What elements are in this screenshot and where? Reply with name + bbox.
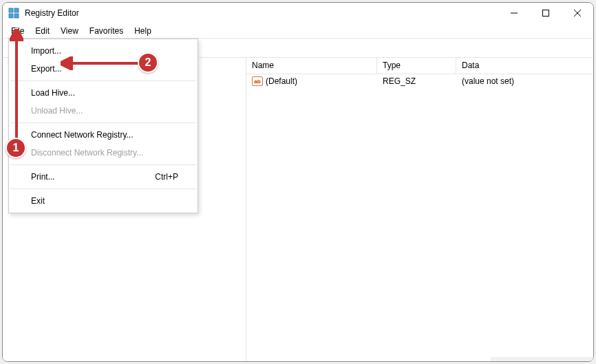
list-row[interactable]: ab (Default) REG_SZ (value not set) — [246, 74, 593, 88]
column-header-type[interactable]: Type — [377, 58, 456, 74]
svg-rect-2 — [9, 14, 13, 18]
menu-separator — [10, 81, 196, 81]
window-controls — [498, 3, 593, 23]
svg-rect-1 — [14, 8, 19, 12]
menu-separator — [10, 122, 196, 123]
value-type: REG_SZ — [377, 76, 456, 86]
column-header-name[interactable]: Name — [246, 58, 377, 74]
svg-point-4 — [10, 10, 12, 11]
maximize-button[interactable] — [530, 3, 562, 23]
list-body[interactable]: ab (Default) REG_SZ (value not set) — [246, 74, 593, 357]
menubar: File Edit View Favorites Help — [3, 23, 593, 39]
window-title: Registry Editor — [25, 8, 498, 18]
menu-item-disconnect-network: Disconnect Network Registry... — [9, 144, 198, 162]
menu-separator — [10, 164, 196, 165]
value-name: (Default) — [266, 76, 297, 86]
list-pane: Name Type Data ab (Default) REG_SZ (valu… — [246, 58, 593, 361]
svg-rect-6 — [543, 10, 549, 17]
value-data: (value not set) — [456, 76, 593, 86]
string-value-icon: ab — [252, 76, 263, 86]
list-header: Name Type Data — [246, 58, 593, 74]
annotation-arrow-2 — [61, 56, 143, 70]
menu-help[interactable]: Help — [129, 25, 157, 37]
annotation-arrow-1 — [10, 29, 23, 144]
menu-item-print[interactable]: Print... Ctrl+P — [9, 168, 198, 186]
titlebar: Registry Editor — [3, 3, 593, 23]
column-header-data[interactable]: Data — [456, 58, 593, 74]
horizontal-scrollbar[interactable] — [491, 357, 593, 361]
regedit-icon — [8, 8, 19, 19]
annotation-callout-2: 2 — [138, 52, 158, 73]
minimize-button[interactable] — [498, 3, 530, 23]
menu-item-exit[interactable]: Exit — [9, 192, 198, 210]
menu-item-connect-network[interactable]: Connect Network Registry... — [9, 126, 198, 144]
menu-item-print-shortcut: Ctrl+P — [155, 172, 178, 182]
menu-separator — [10, 189, 196, 189]
menu-favorites[interactable]: Favorites — [84, 25, 129, 37]
close-button[interactable] — [562, 3, 593, 23]
menu-edit[interactable]: Edit — [30, 25, 55, 37]
menu-item-unload-hive: Unload Hive... — [9, 102, 198, 120]
menu-item-print-label: Print... — [31, 172, 55, 182]
menu-view[interactable]: View — [55, 25, 84, 37]
annotation-callout-1: 1 — [6, 138, 26, 158]
svg-rect-3 — [14, 14, 19, 18]
menu-item-load-hive[interactable]: Load Hive... — [9, 84, 198, 102]
